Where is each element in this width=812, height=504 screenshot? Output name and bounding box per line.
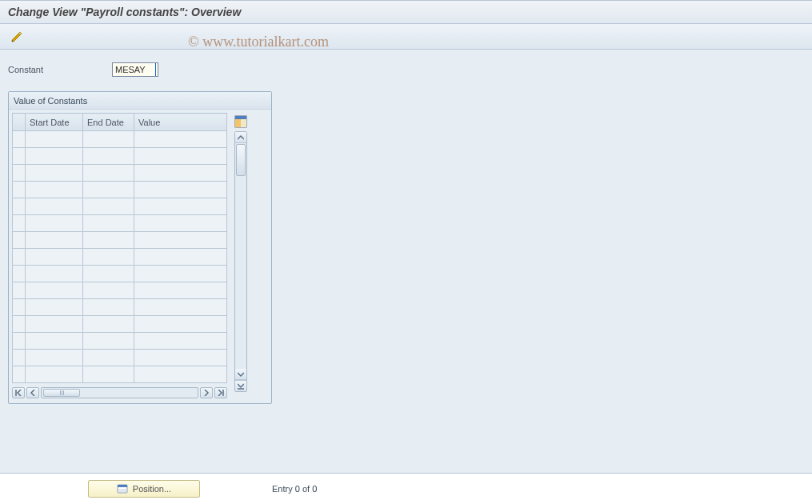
constant-input[interactable] [112, 62, 158, 77]
cell-start-date[interactable] [26, 316, 83, 333]
row-selector[interactable] [13, 148, 26, 165]
cell-end-date[interactable] [83, 266, 134, 282]
row-selector[interactable] [13, 249, 26, 266]
cell-end-date[interactable] [83, 249, 134, 266]
hscroll-thumb[interactable] [43, 389, 80, 397]
column-start-date[interactable]: Start Date [26, 114, 83, 131]
cell-start-date[interactable] [26, 232, 83, 249]
table-row[interactable] [13, 282, 227, 299]
cell-end-date[interactable] [83, 232, 134, 249]
cell-start-date[interactable] [26, 333, 83, 350]
cell-value[interactable] [134, 299, 227, 316]
cell-start-date[interactable] [26, 182, 83, 198]
scroll-left-icon[interactable] [26, 387, 39, 398]
cell-value[interactable] [134, 148, 227, 165]
cell-value[interactable] [134, 266, 227, 282]
work-area: © www.tutorialkart.com Constant Value of… [0, 50, 812, 474]
row-selector[interactable] [13, 165, 26, 182]
horizontal-scrollbar[interactable] [12, 385, 227, 400]
column-end-date[interactable]: End Date [83, 114, 134, 131]
row-selector[interactable] [13, 282, 26, 299]
scroll-bottom-icon[interactable] [235, 380, 246, 391]
cell-value[interactable] [134, 316, 227, 333]
cell-start-date[interactable] [26, 299, 83, 316]
cell-end-date[interactable] [83, 333, 134, 350]
cell-value[interactable] [134, 282, 227, 299]
table-row[interactable] [13, 198, 227, 215]
row-selector[interactable] [13, 299, 26, 316]
vertical-scrollbar[interactable] [234, 131, 247, 392]
table-row[interactable] [13, 182, 227, 198]
cell-value[interactable] [134, 249, 227, 266]
cell-end-date[interactable] [83, 131, 134, 148]
row-selector[interactable] [13, 131, 26, 148]
cell-value[interactable] [134, 182, 227, 198]
table-row[interactable] [13, 333, 227, 350]
cell-value[interactable] [134, 350, 227, 366]
table-row[interactable] [13, 249, 227, 266]
cell-start-date[interactable] [26, 148, 83, 165]
cell-end-date[interactable] [83, 350, 134, 366]
cell-start-date[interactable] [26, 282, 83, 299]
cell-end-date[interactable] [83, 299, 134, 316]
cell-end-date[interactable] [83, 198, 134, 215]
row-selector[interactable] [13, 182, 26, 198]
table-settings-button[interactable] [233, 114, 249, 130]
table-row[interactable] [13, 299, 227, 316]
cell-value[interactable] [134, 366, 227, 383]
toolbar [0, 24, 812, 50]
cell-end-date[interactable] [83, 215, 134, 232]
table-row[interactable] [13, 215, 227, 232]
scroll-last-icon[interactable] [214, 387, 227, 398]
row-selector[interactable] [13, 316, 26, 333]
scroll-right-icon[interactable] [200, 387, 213, 398]
scroll-up-icon[interactable] [235, 132, 246, 143]
row-selector[interactable] [13, 198, 26, 215]
cell-end-date[interactable] [83, 148, 134, 165]
table-row[interactable] [13, 266, 227, 282]
cell-end-date[interactable] [83, 165, 134, 182]
scroll-first-icon[interactable] [12, 387, 25, 398]
entry-counter: Entry 0 of 0 [272, 484, 317, 494]
cell-start-date[interactable] [26, 249, 83, 266]
cell-start-date[interactable] [26, 350, 83, 366]
hscroll-track[interactable] [41, 387, 198, 398]
cell-value[interactable] [134, 165, 227, 182]
cell-value[interactable] [134, 131, 227, 148]
cell-start-date[interactable] [26, 131, 83, 148]
cell-end-date[interactable] [83, 182, 134, 198]
cell-start-date[interactable] [26, 366, 83, 383]
scroll-down-icon[interactable] [235, 369, 246, 380]
row-selector[interactable] [13, 333, 26, 350]
column-value[interactable]: Value [134, 114, 227, 131]
position-button[interactable]: Position... [88, 480, 200, 498]
change-button[interactable] [8, 28, 26, 46]
svg-rect-3 [241, 119, 246, 127]
row-selector[interactable] [13, 366, 26, 383]
table-row[interactable] [13, 350, 227, 366]
table-row[interactable] [13, 316, 227, 333]
vscroll-thumb[interactable] [236, 144, 246, 176]
vscroll-track[interactable] [235, 143, 246, 369]
row-selector[interactable] [13, 350, 26, 366]
table-row[interactable] [13, 232, 227, 249]
row-selector[interactable] [13, 266, 26, 282]
row-selector[interactable] [13, 215, 26, 232]
cell-value[interactable] [134, 333, 227, 350]
cell-end-date[interactable] [83, 316, 134, 333]
cell-value[interactable] [134, 215, 227, 232]
table-row[interactable] [13, 366, 227, 383]
cell-start-date[interactable] [26, 165, 83, 182]
table-row[interactable] [13, 131, 227, 148]
row-selector[interactable] [13, 232, 26, 249]
cell-start-date[interactable] [26, 266, 83, 282]
cell-end-date[interactable] [83, 282, 134, 299]
cell-value[interactable] [134, 232, 227, 249]
table-row[interactable] [13, 165, 227, 182]
cell-start-date[interactable] [26, 198, 83, 215]
column-selector[interactable] [13, 114, 26, 131]
cell-end-date[interactable] [83, 366, 134, 383]
table-row[interactable] [13, 148, 227, 165]
cell-start-date[interactable] [26, 215, 83, 232]
cell-value[interactable] [134, 198, 227, 215]
